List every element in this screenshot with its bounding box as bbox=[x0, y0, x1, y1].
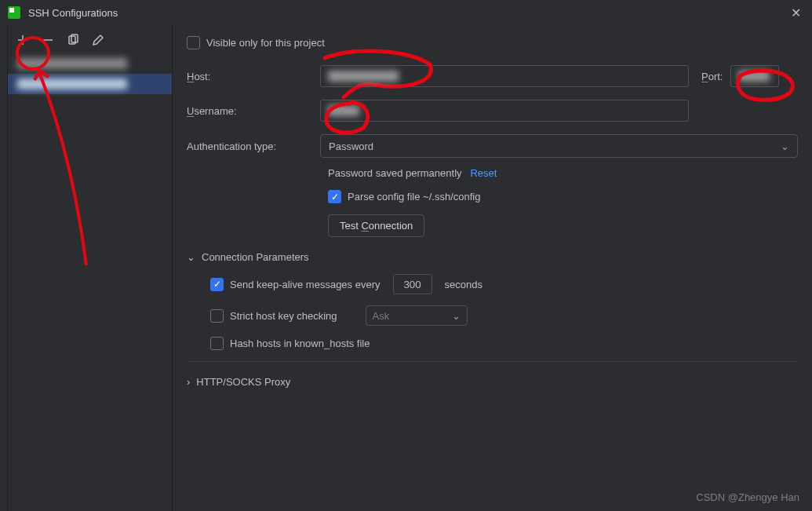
hash-hosts-checkbox[interactable] bbox=[210, 337, 224, 350]
username-input[interactable] bbox=[320, 100, 689, 122]
host-label-rest: ost: bbox=[194, 71, 210, 82]
connection-params-header[interactable]: ⌄ Connection Parameters bbox=[187, 251, 798, 263]
connection-params-title: Connection Parameters bbox=[202, 251, 309, 263]
title-bar: SSH Configurations ✕ bbox=[0, 0, 812, 25]
chevron-down-icon: ⌄ bbox=[187, 251, 195, 263]
remove-icon[interactable] bbox=[41, 33, 55, 47]
edit-icon[interactable] bbox=[91, 33, 105, 47]
close-icon[interactable]: ✕ bbox=[788, 5, 804, 20]
port-label: P bbox=[701, 71, 708, 82]
separator bbox=[187, 361, 798, 362]
keepalive-checkbox[interactable] bbox=[210, 278, 224, 291]
hash-hosts-label: Hash hosts in known_hosts file bbox=[230, 338, 370, 349]
host-row: Host: Port: bbox=[187, 65, 798, 87]
left-gutter bbox=[0, 25, 8, 511]
app-icon bbox=[8, 6, 20, 19]
watermark: CSDN @Zhengye Han bbox=[696, 491, 799, 503]
parse-config-label: Parse config file ~/.ssh/config bbox=[348, 191, 480, 203]
keepalive-suffix: seconds bbox=[445, 279, 482, 290]
proxy-title: HTTP/SOCKS Proxy bbox=[196, 376, 290, 388]
auth-type-select[interactable]: Password ⌄ bbox=[320, 134, 798, 158]
auth-type-value: Password bbox=[329, 141, 373, 152]
username-label: U bbox=[187, 105, 194, 117]
copy-icon[interactable] bbox=[66, 33, 80, 47]
redacted-value bbox=[328, 71, 399, 82]
auth-type-label: Authentication type: bbox=[187, 141, 320, 152]
form-panel: Visible only for this project Host: Port… bbox=[173, 25, 812, 511]
window-title: SSH Configurations bbox=[28, 7, 788, 19]
redacted-value bbox=[738, 71, 770, 82]
config-list-item-selected[interactable] bbox=[8, 74, 172, 94]
visible-only-checkbox[interactable] bbox=[187, 36, 200, 49]
strict-hostkey-select[interactable]: Ask ⌄ bbox=[366, 305, 468, 326]
host-label: H bbox=[187, 71, 194, 82]
visible-only-label: Visible only for this project bbox=[206, 37, 325, 49]
redacted-value bbox=[328, 105, 359, 116]
strict-hostkey-label: Strict host key checking bbox=[230, 310, 337, 322]
keepalive-prefix: Send keep-alive messages every bbox=[230, 279, 381, 290]
connection-params-body: Send keep-alive messages every seconds S… bbox=[187, 274, 798, 350]
redacted-text bbox=[17, 58, 127, 69]
chevron-right-icon: › bbox=[187, 376, 190, 388]
keepalive-input[interactable] bbox=[393, 274, 432, 294]
redacted-text bbox=[17, 78, 127, 89]
parse-config-checkbox[interactable] bbox=[328, 190, 341, 203]
add-icon[interactable] bbox=[16, 33, 30, 47]
list-toolbar bbox=[8, 25, 172, 53]
chevron-down-icon: ⌄ bbox=[452, 310, 461, 322]
reset-link[interactable]: Reset bbox=[470, 167, 497, 179]
config-list-panel bbox=[8, 25, 173, 511]
test-connection-button[interactable]: Test Connection bbox=[328, 214, 424, 237]
username-row: Username: bbox=[187, 100, 798, 122]
strict-hostkey-checkbox[interactable] bbox=[210, 309, 224, 323]
password-saved-text: Password saved permanently bbox=[328, 167, 462, 179]
auth-type-row: Authentication type: Password ⌄ bbox=[187, 134, 798, 158]
config-list-item[interactable] bbox=[8, 53, 172, 74]
proxy-header[interactable]: › HTTP/SOCKS Proxy bbox=[187, 376, 798, 388]
chevron-down-icon: ⌄ bbox=[781, 141, 789, 152]
